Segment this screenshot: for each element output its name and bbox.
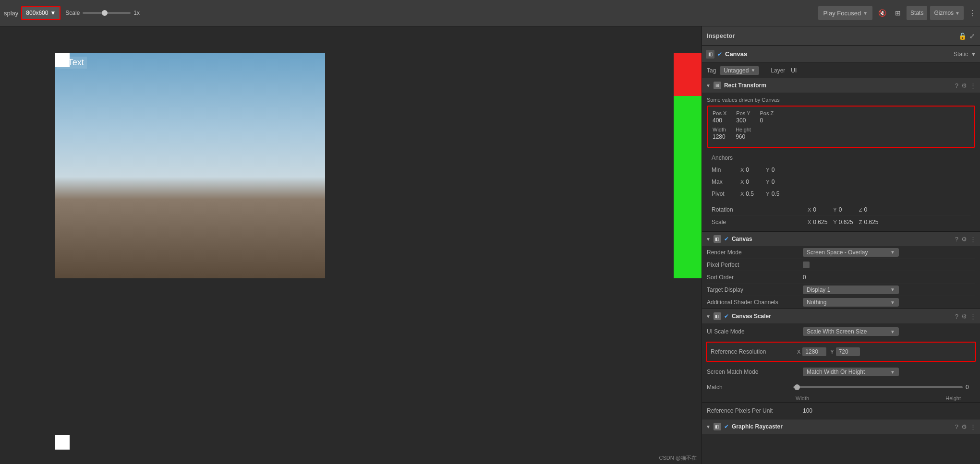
graphic-raycaster-section: ▼ ◧ ✔ Graphic Raycaster ? ⚙ ⋮ [702,419,980,434]
sort-order-value[interactable]: 0 [803,274,975,281]
max-y-value[interactable]: 0 [772,178,786,185]
scale-y-item: Y 0.625 [833,219,853,226]
canvas-section-arrow-icon: ▼ [706,237,711,242]
resolution-dropdown[interactable]: 800x600 ▼ [21,6,60,20]
scale-slider[interactable] [83,12,131,14]
maximize-button[interactable]: ⤢ [969,32,975,40]
static-dropdown-arrow[interactable]: ▼ [971,51,976,57]
screen-match-mode-value: Match Width Or Height [807,369,865,375]
more-options-icon[interactable]: ⋮ [968,9,976,18]
rotation-z-value[interactable]: 0 [864,206,878,213]
canvas-enabled-checkbox[interactable]: ✔ [717,51,722,58]
canvas-settings-icon[interactable]: ⚙ [961,236,967,243]
pos-z-value[interactable]: 0 [760,117,774,124]
render-mode-label: Render Mode [707,249,803,256]
tag-dropdown[interactable]: Untagged ▼ [720,66,759,75]
additional-shader-dropdown[interactable]: Nothing ▼ [803,298,899,307]
rotation-values: X 0 Y 0 Z 0 [808,206,970,213]
pos-values-box: Pos X 400 Pos Y 300 Pos Z 0 [707,106,975,148]
stats-button[interactable]: Stats [907,6,927,20]
canvas-scaler-help-icon[interactable]: ? [955,313,958,320]
canvas-scaler-more-icon[interactable]: ⋮ [970,313,976,320]
min-y-value[interactable]: 0 [772,167,786,173]
scale-x-item: X 0.625 [808,219,827,226]
rect-transform-icon: ⊞ [714,82,721,89]
min-label: Min [712,167,740,173]
height-value[interactable]: 960 [736,133,751,140]
lock-button[interactable]: 🔒 [958,32,967,40]
max-x-value[interactable]: 0 [746,178,760,185]
min-y-letter: Y [766,167,769,173]
min-x-value[interactable]: 0 [746,167,760,173]
target-display-dropdown[interactable]: Display 1 ▼ [803,286,899,294]
target-display-value: Display 1 [807,286,830,293]
ui-scale-mode-row: UI Scale Mode Scale With Screen Size ▼ [702,323,980,340]
graphic-raycaster-help-icon[interactable]: ? [955,423,958,430]
width-value[interactable]: 1280 [713,133,726,140]
pos-y-value[interactable]: 300 [736,117,750,124]
canvas-scaler-settings-icon[interactable]: ⚙ [961,313,967,320]
play-focused-button[interactable]: Play Focused ▼ [818,6,872,20]
canvas-section-header[interactable]: ▼ ◧ ✔ Canvas ? ⚙ ⋮ [702,232,980,246]
pivot-y-value[interactable]: 0.5 [772,190,786,197]
red-color-block [674,53,702,96]
scale-x-value[interactable]: 0.625 [813,219,827,226]
canvas-scaler-icon: ◧ [714,312,721,320]
rotation-x-letter: X [808,207,811,213]
mute-button[interactable]: 🔇 [875,7,889,19]
ref-x-label: X [797,349,800,355]
canvas-section-icon: ◧ [714,235,721,243]
rotation-y-item: Y 0 [833,206,853,213]
graphic-raycaster-settings-icon[interactable]: ⚙ [961,423,967,430]
canvas-component-header: ◧ ✔ Canvas Static ▼ [702,46,980,63]
layer-value: UI [791,67,797,74]
graphic-raycaster-more-icon[interactable]: ⋮ [970,423,976,430]
target-display-label: Target Display [707,286,803,293]
ref-y-input[interactable]: 720 [836,347,860,356]
inspector-icons: 🔒 ⤢ [958,32,975,40]
canvas-scaler-arrow-icon: ▼ [706,314,711,319]
min-y-item: Y 0 [766,167,786,173]
ui-scale-mode-dropdown[interactable]: Scale With Screen Size ▼ [803,327,899,336]
pos-x-value[interactable]: 400 [713,117,726,124]
pos-x-label: Pos X [713,110,726,116]
screen-match-mode-dropdown[interactable]: Match Width Or Height ▼ [803,368,899,376]
display-mode-button[interactable]: ⊞ [892,7,904,19]
match-slider-container: 0 [793,384,975,391]
white-box-bottomleft [55,435,70,450]
ref-pixels-value[interactable]: 100 [803,407,975,414]
ref-x-input[interactable]: 1280 [802,347,826,356]
resolution-value: 800x600 [26,10,48,16]
graphic-raycaster-header[interactable]: ▼ ◧ ✔ Graphic Raycaster ? ⚙ ⋮ [702,419,980,434]
graphic-raycaster-checkbox[interactable]: ✔ [724,423,729,430]
pos-z-label: Pos Z [760,110,774,116]
rect-transform-settings-icon[interactable]: ⚙ [961,82,967,89]
rect-transform-header[interactable]: ▼ ⊞ Rect Transform ? ⚙ ⋮ [702,78,980,93]
min-values: X 0 Y 0 [740,167,970,173]
reference-resolution-label: Reference Resolution [711,348,797,355]
canvas-section-title: Canvas [732,236,952,242]
scale-z-value[interactable]: 0.625 [864,219,878,226]
gizmos-button[interactable]: Gizmos ▼ [930,6,964,20]
rect-transform-more-icon[interactable]: ⋮ [970,82,976,89]
rotation-x-value[interactable]: 0 [813,206,827,213]
scale-y-value[interactable]: 0.625 [839,219,853,226]
canvas-more-icon[interactable]: ⋮ [970,236,976,243]
match-slider[interactable] [793,386,963,388]
top-toolbar: splay 800x600 ▼ Scale 1x Play Focused ▼ … [0,0,980,26]
rect-transform-help-icon[interactable]: ? [955,82,958,89]
display-label: splay [4,10,18,17]
render-mode-dropdown[interactable]: Screen Space - Overlay ▼ [803,248,899,257]
pivot-x-value[interactable]: 0.5 [746,190,760,197]
pixel-perfect-checkbox[interactable] [803,262,810,268]
height-label: Height [736,127,751,132]
canvas-section-checkbox[interactable]: ✔ [724,236,729,242]
canvas-scaler-checkbox[interactable]: ✔ [724,313,729,320]
canvas-scaler-section: ▼ ◧ ✔ Canvas Scaler ? ⚙ ⋮ UI Scale Mode … [702,309,980,419]
canvas-scaler-header[interactable]: ▼ ◧ ✔ Canvas Scaler ? ⚙ ⋮ [702,309,980,323]
rotation-z-item: Z 0 [859,206,879,213]
green-color-block [674,96,702,278]
rotation-y-value[interactable]: 0 [839,206,853,213]
ui-scale-mode-label: UI Scale Mode [707,328,803,335]
canvas-help-icon[interactable]: ? [955,236,958,243]
